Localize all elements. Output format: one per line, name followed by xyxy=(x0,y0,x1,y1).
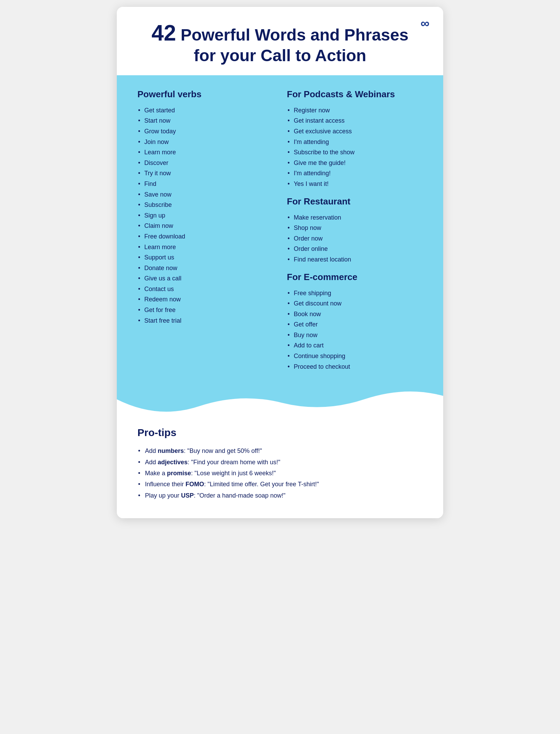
title-text: Powerful Words and Phrases xyxy=(181,26,408,44)
restaurant-title: For Restaurant xyxy=(287,196,423,207)
pro-tip-item: Make a promise: "Lose weight in just 6 w… xyxy=(137,468,423,479)
pro-tip-prefix: Add xyxy=(145,459,158,466)
pro-tip-prefix: Make a xyxy=(145,470,167,477)
pro-tip-prefix: Play up your xyxy=(145,492,181,499)
list-item: Book now xyxy=(287,309,423,320)
wave-divider xyxy=(117,379,443,420)
list-item: Get offer xyxy=(287,319,423,330)
list-item: Grow today xyxy=(137,126,273,137)
ecommerce-title: For E-commerce xyxy=(287,272,423,282)
list-item: I'm attending xyxy=(287,137,423,147)
list-item: Discover xyxy=(137,158,273,168)
list-item: Free download xyxy=(137,231,273,242)
list-item: Get started xyxy=(137,105,273,116)
list-item: Donate now xyxy=(137,263,273,274)
list-item: Start free trial xyxy=(137,315,273,326)
list-item: Find nearest location xyxy=(287,254,423,265)
list-item: Get instant access xyxy=(287,115,423,126)
pro-tip-bold: promise xyxy=(167,470,191,477)
pro-tip-bold: numbers xyxy=(158,447,184,454)
list-item: Start now xyxy=(137,115,273,126)
pro-tip-item: Influence their FOMO: "Limited time offe… xyxy=(137,479,423,490)
pro-tip-item: Add numbers: "Buy now and get 50% off!" xyxy=(137,445,423,456)
list-item: Try it now xyxy=(137,168,273,179)
list-item: Find xyxy=(137,179,273,189)
main-content-section: Powerful verbs Get startedStart nowGrow … xyxy=(117,75,443,379)
pro-tip-item: Play up your USP: "Order a hand-made soa… xyxy=(137,490,423,501)
podcasts-list: Register nowGet instant accessGet exclus… xyxy=(287,105,423,189)
list-item: Register now xyxy=(287,105,423,116)
list-item: Order now xyxy=(287,233,423,244)
pro-tips-list: Add numbers: "Buy now and get 50% off!"A… xyxy=(137,445,423,501)
list-item: Shop now xyxy=(287,223,423,233)
list-item: Continue shopping xyxy=(287,351,423,362)
list-item: Redeem now xyxy=(137,294,273,305)
podcasts-title: For Podcasts & Webinars xyxy=(287,89,423,100)
list-item: Proceed to checkout xyxy=(287,362,423,372)
list-item: Add to cart xyxy=(287,340,423,351)
pro-tip-bold: FOMO xyxy=(186,481,204,488)
pro-tip-suffix: : "Limited time offer. Get your free T-s… xyxy=(204,481,319,488)
list-item: Subscribe to the show xyxy=(287,147,423,158)
list-item: Support us xyxy=(137,252,273,263)
powerful-verbs-list: Get startedStart nowGrow todayJoin nowLe… xyxy=(137,105,273,326)
main-card: ∞ 42 Powerful Words and Phrases for your… xyxy=(117,7,443,518)
list-item: Give me the guide! xyxy=(287,158,423,168)
list-item: Learn more xyxy=(137,147,273,158)
right-column: For Podcasts & Webinars Register nowGet … xyxy=(287,89,423,372)
list-item: Join now xyxy=(137,137,273,147)
pro-tip-suffix: : "Find your dream home with us!" xyxy=(188,459,280,466)
pro-tips-title: Pro-tips xyxy=(137,427,423,438)
list-item: Buy now xyxy=(287,330,423,341)
main-title: 42 Powerful Words and Phrases for your C… xyxy=(137,21,423,65)
list-item: Contact us xyxy=(137,284,273,294)
title-number: 42 xyxy=(152,21,176,45)
list-item: I'm attending! xyxy=(287,168,423,179)
pro-tip-prefix: Add xyxy=(145,447,158,454)
list-item: Sign up xyxy=(137,210,273,221)
list-item: Get discount now xyxy=(287,298,423,309)
two-column-layout: Powerful verbs Get startedStart nowGrow … xyxy=(137,89,423,379)
list-item: Give us a call xyxy=(137,273,273,284)
list-item: Get for free xyxy=(137,305,273,315)
pro-tips-section: Pro-tips Add numbers: "Buy now and get 5… xyxy=(117,420,443,518)
list-item: Order online xyxy=(287,244,423,254)
list-item: Yes I want it! xyxy=(287,179,423,189)
pro-tip-suffix: : "Buy now and get 50% off!" xyxy=(184,447,262,454)
powerful-verbs-section: Powerful verbs Get startedStart nowGrow … xyxy=(137,89,273,372)
pro-tip-bold: adjectives xyxy=(158,459,188,466)
list-item: Make reservation xyxy=(287,212,423,223)
restaurant-list: Make reservationShop nowOrder nowOrder o… xyxy=(287,212,423,265)
pro-tip-suffix: : "Order a hand-made soap now!" xyxy=(194,492,285,499)
list-item: Subscribe xyxy=(137,200,273,210)
pro-tip-bold: USP xyxy=(181,492,194,499)
list-item: Save now xyxy=(137,189,273,200)
list-item: Claim now xyxy=(137,221,273,231)
pro-tip-prefix: Influence their xyxy=(145,481,186,488)
powerful-verbs-title: Powerful verbs xyxy=(137,89,273,100)
title-subtitle: for your Call to Action xyxy=(194,46,366,65)
infinity-icon: ∞ xyxy=(421,17,429,30)
pro-tip-suffix: : "Lose weight in just 6 weeks!" xyxy=(191,470,276,477)
list-item: Learn more xyxy=(137,242,273,253)
pro-tip-item: Add adjectives: "Find your dream home wi… xyxy=(137,457,423,468)
list-item: Free shipping xyxy=(287,288,423,299)
list-item: Get exclusive access xyxy=(287,126,423,137)
header-section: ∞ 42 Powerful Words and Phrases for your… xyxy=(117,7,443,75)
ecommerce-list: Free shippingGet discount nowBook nowGet… xyxy=(287,288,423,372)
